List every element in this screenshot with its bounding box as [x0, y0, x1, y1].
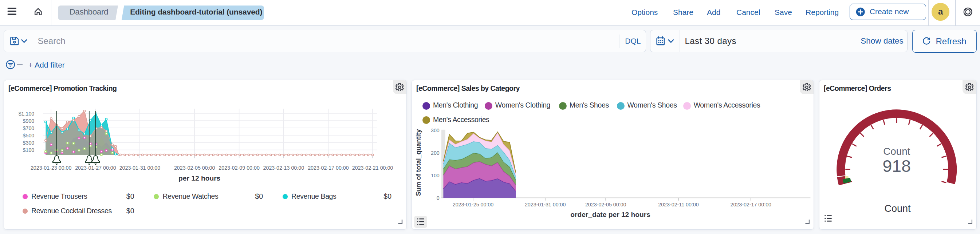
svg-text:2023-02-11 00:00: 2023-02-11 00:00: [658, 202, 699, 207]
svg-text:2023-02-05 00:00: 2023-02-05 00:00: [585, 202, 626, 207]
svg-text:200: 200: [431, 150, 439, 156]
svg-text:2023-02-05 00:00: 2023-02-05 00:00: [174, 165, 215, 171]
svg-text:$900: $900: [23, 118, 35, 124]
svg-text:2023-02-17 00:00: 2023-02-17 00:00: [308, 165, 349, 171]
svg-text:300: 300: [431, 128, 439, 133]
svg-text:918: 918: [882, 157, 911, 176]
svg-text:order_date per 12 hours: order_date per 12 hours: [570, 211, 651, 218]
svg-text:$1,100: $1,100: [19, 111, 35, 117]
svg-text:2023-02-17 00:00: 2023-02-17 00:00: [730, 202, 771, 207]
svg-text:2023-01-27 00:00: 2023-01-27 00:00: [75, 165, 116, 171]
svg-text:0: 0: [437, 195, 439, 201]
svg-text:100: 100: [431, 172, 439, 179]
svg-text:2023-02-09 00:00: 2023-02-09 00:00: [218, 165, 260, 171]
svg-text:2023-02-13 00:00: 2023-02-13 00:00: [263, 165, 304, 171]
svg-text:$300: $300: [23, 140, 35, 146]
svg-text:2023-01-31 00:00: 2023-01-31 00:00: [525, 202, 566, 207]
svg-text:$100: $100: [23, 147, 35, 153]
svg-text:Count: Count: [884, 203, 911, 214]
svg-text:per 12 hours: per 12 hours: [178, 174, 220, 182]
svg-text:Sum of total_quantity: Sum of total_quantity: [415, 130, 422, 196]
svg-text:2023-01-23 00:00: 2023-01-23 00:00: [30, 165, 72, 171]
svg-text:2023-02-21 00:00: 2023-02-21 00:00: [352, 165, 393, 171]
svg-text:2023-01-25 00:00: 2023-01-25 00:00: [453, 202, 494, 207]
svg-text:Count: Count: [883, 146, 910, 157]
svg-text:$700: $700: [23, 125, 35, 131]
svg-text:$500: $500: [23, 133, 35, 138]
svg-text:2023-01-31 00:00: 2023-01-31 00:00: [119, 165, 161, 171]
